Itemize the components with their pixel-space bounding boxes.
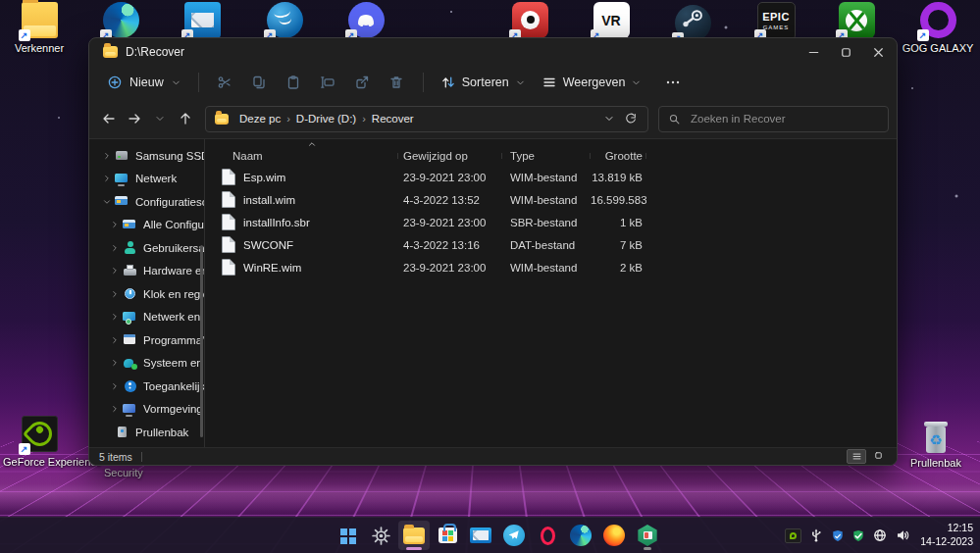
column-header-gewijzigd[interactable]: Gewijzigd op [398,150,502,162]
sidebar-item-label: Gebruikersacc [143,242,204,254]
taskbar-opera[interactable] [532,521,563,550]
close-button[interactable] [862,38,895,66]
recent-locations-button[interactable] [148,107,172,130]
sidebar-item-programmas[interactable]: Programma's [89,328,204,352]
nvidia-tray-icon[interactable] [785,528,801,543]
file-row[interactable]: Esp.wim 23-9-2021 23:00 WIM-bestand 13.8… [205,166,897,188]
address-dropdown-button[interactable] [598,108,620,129]
desktop-shortcut-discord[interactable]: ↗ [330,2,402,38]
sidebar-item-alle-configuratie[interactable]: Alle Configura [89,214,204,237]
shortcut-arrow-icon: ↗ [19,29,30,41]
view-button[interactable]: Weergeven [534,71,650,94]
sidebar-item-netwerk[interactable]: Netwerk [89,168,204,191]
minimize-button[interactable] [798,38,830,66]
sort-button[interactable]: Sorteren [433,71,534,94]
up-button[interactable] [174,107,197,130]
column-header-naam[interactable]: Naam [205,150,398,162]
rename-button[interactable] [311,70,345,95]
breadcrumb-item[interactable]: Recover [368,111,418,126]
search-input[interactable] [689,112,879,126]
sidebar-item-vormgeving[interactable]: Vormgeving e [89,398,204,422]
large-icons-view-button[interactable] [869,449,887,462]
sidebar-scrollbar[interactable] [200,245,203,437]
taskbar-mail[interactable] [465,521,496,550]
file-size: 13.819 kB [591,172,646,183]
taskbar-edge[interactable] [565,521,596,550]
desktop-shortcut-xbox[interactable]: ↗ [820,2,893,38]
sidebar-item-hardware[interactable]: Hardware en g [89,260,204,283]
sidebar-item-systeem[interactable]: Systeem en b [89,352,204,376]
desktop-shortcut-gog[interactable]: ↗ GOG GALAXY [902,2,974,54]
shortcut-arrow-icon: ↗ [917,29,929,41]
delete-button[interactable] [380,70,414,95]
sidebar-item-samsung-ssd[interactable]: Samsung SSD T [89,144,204,168]
paste-button[interactable] [277,70,311,95]
desktop-shortcut-media-app[interactable]: ↗ [493,2,566,38]
volume-tray-icon[interactable] [895,528,910,543]
desktop-shortcut-steam[interactable]: ↗ [656,2,729,41]
file-row[interactable]: install.wim 4-3-2022 13:52 WIM-bestand 1… [205,188,897,211]
sidebar-item-gebruikersaccounts[interactable]: Gebruikersacc [89,236,204,260]
breadcrumb[interactable]: Deze pc › D-Drive (D:) › Recover [205,106,648,132]
sidebar-item-toegankelijkheid[interactable]: Toegankelijkh [89,375,204,398]
sidebar-item-prullenbak[interactable]: Prullenbak [89,421,204,444]
sidebar-item-klok-en-regio[interactable]: Klok en regio [89,282,204,306]
taskbar-firefox[interactable] [598,521,630,550]
sort-button-label: Sorteren [462,75,509,89]
antivirus-tray-icon[interactable] [851,528,865,543]
desktop-icon-recycle-bin[interactable]: ♻ Prullenbak [900,422,972,469]
network-tray-icon[interactable] [872,528,888,543]
desktop-shortcut-geforce[interactable]: ↗ GeForce Experience [3,416,76,468]
cut-button[interactable] [208,70,242,95]
maximize-button[interactable] [830,38,862,66]
taskbar-file-explorer[interactable] [398,521,430,550]
desktop-shortcut-vrchat[interactable]: VR ↗ [575,2,647,38]
desktop-shortcut-openoffice[interactable]: ↗ [248,2,321,38]
taskbar-microsoft-store[interactable] [432,521,463,550]
forward-button[interactable] [123,107,146,130]
taskbar: 12:15 14-12-2023 [0,517,980,553]
desktop-shortcut-epic[interactable]: EPIC GAMES ↗ [739,2,811,38]
desktop-shortcut-mail[interactable]: ↗ [166,2,238,38]
sidebar-item-label: Alle Configura [143,219,204,230]
control-panel-icon [123,218,137,232]
desktop-shortcut-edge[interactable]: ↗ [84,2,157,38]
chevron-right-icon [108,358,121,368]
sidebar-item-netwerk-internet[interactable]: Netwerk en in [89,306,204,329]
desktop-shortcut-verkenner[interactable]: ↗ Verkenner [3,2,76,54]
sidebar-item-label: Klok en regio [143,288,204,300]
search-box[interactable] [658,106,889,132]
breadcrumb-item[interactable]: Deze pc [235,111,284,126]
usb-tray-icon[interactable] [808,528,824,543]
title-bar[interactable]: D:\Recover [89,38,897,66]
file-type: SBR-bestand [502,217,591,228]
taskbar-clock[interactable]: 12:15 14-12-2023 [920,522,973,548]
windows-security-tray-icon[interactable] [831,528,845,543]
file-row[interactable]: installInfo.sbr 23-9-2021 23:00 SBR-best… [205,211,897,233]
details-view-button[interactable] [847,449,866,464]
refresh-button[interactable] [620,108,642,129]
new-button[interactable]: Nieuw [99,71,189,94]
file-row[interactable]: WinRE.wim 23-9-2021 23:00 WIM-bestand 2 … [205,256,897,278]
copy-button[interactable] [242,70,277,95]
taskbar-settings[interactable] [365,521,396,550]
breadcrumb-item[interactable]: D-Drive (D:) [292,111,360,126]
share-button[interactable] [345,70,380,95]
file-row[interactable]: SWCONF 4-3-2022 13:16 DAT-bestand 7 kB [205,233,897,256]
desktop-shortcut-label-security[interactable]: Security [104,467,143,478]
taskbar-honeyview[interactable] [632,521,663,550]
more-options-button[interactable] [655,70,690,95]
column-header-type[interactable]: Type [502,150,591,162]
taskbar-telegram[interactable] [498,521,530,550]
file-name: install.wim [243,194,295,206]
file-size: 1 kB [591,217,646,228]
start-button[interactable] [332,521,363,550]
file-icon [222,214,235,230]
breadcrumb-separator: › [362,113,366,125]
column-header-grootte[interactable]: Grootte [591,150,646,162]
recycle-bin-icon: ♻ [923,422,949,453]
sidebar-item-configuratiescherm[interactable]: Configuratiesch [89,190,204,214]
shortcut-arrow-icon: ↗ [19,443,30,455]
mail-icon [470,528,491,543]
back-button[interactable] [97,107,121,130]
